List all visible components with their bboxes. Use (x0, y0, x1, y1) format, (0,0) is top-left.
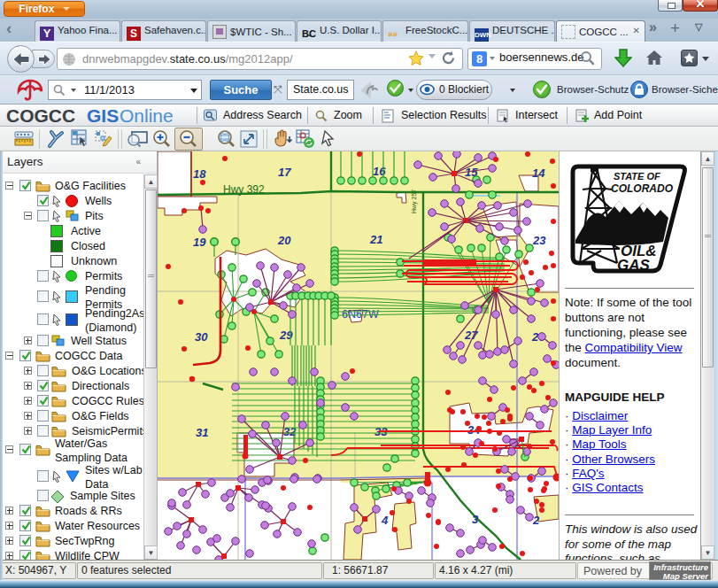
svg-text:Hwy 392: Hwy 392 (223, 183, 265, 196)
svg-text:23: 23 (532, 234, 546, 247)
svg-text:6N67W: 6N67W (342, 308, 379, 321)
svg-text:21: 21 (369, 233, 382, 246)
svg-text:30: 30 (195, 330, 208, 344)
svg-text:3: 3 (472, 513, 479, 526)
svg-text:16: 16 (373, 165, 386, 178)
svg-text:STATE OF: STATE OF (614, 171, 660, 182)
svg-text:GAS: GAS (617, 257, 651, 274)
svg-text:29: 29 (279, 329, 293, 342)
svg-text:20: 20 (277, 234, 291, 247)
svg-text:17: 17 (278, 166, 291, 179)
svg-text:4: 4 (381, 514, 389, 527)
svg-text:18: 18 (193, 167, 206, 181)
svg-text:19: 19 (193, 236, 206, 249)
svg-text:14: 14 (532, 166, 545, 180)
svg-text:Hwy 257: Hwy 257 (411, 190, 418, 213)
svg-text:COLORADO: COLORADO (611, 182, 674, 195)
svg-text:31: 31 (196, 426, 208, 439)
